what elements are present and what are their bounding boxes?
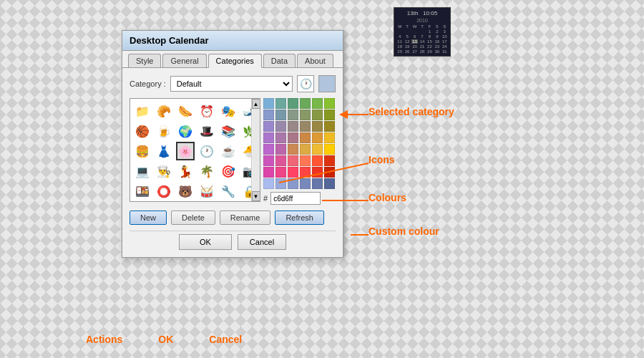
color-swatch[interactable] — [275, 132, 286, 143]
color-swatch[interactable] — [324, 155, 335, 166]
color-swatch[interactable] — [312, 132, 323, 143]
color-swatch[interactable] — [275, 121, 286, 132]
color-swatch[interactable] — [324, 144, 335, 155]
scroll-down-button[interactable]: ▼ — [252, 191, 260, 201]
color-swatch[interactable] — [263, 110, 274, 120]
color-swatch[interactable] — [312, 110, 323, 120]
icon-cell[interactable]: 🌭 — [176, 102, 195, 120]
color-swatch[interactable] — [324, 178, 335, 189]
icon-cell[interactable]: 👗 — [155, 142, 173, 160]
icon-cell[interactable]: 🐻 — [176, 182, 195, 200]
color-swatch[interactable] — [312, 167, 323, 178]
icon-cell[interactable]: 🕐 — [197, 142, 216, 160]
color-swatch[interactable] — [275, 110, 286, 120]
icon-cell[interactable]: 🌍 — [176, 122, 195, 140]
icon-cell[interactable]: 🎭 — [219, 102, 238, 120]
color-swatch[interactable] — [288, 167, 298, 178]
color-swatch[interactable] — [263, 178, 274, 189]
tab-general[interactable]: General — [162, 54, 206, 67]
tab-categories[interactable]: Categories — [208, 54, 262, 68]
color-swatch[interactable] — [324, 110, 335, 120]
icon-cell-selected[interactable]: 🌸 — [176, 142, 195, 160]
icon-cell[interactable]: 🎯 — [219, 162, 238, 180]
category-color-swatch[interactable] — [318, 75, 336, 92]
color-swatch[interactable] — [288, 132, 298, 143]
color-swatch[interactable] — [312, 155, 323, 166]
icon-cell[interactable]: 💃 — [176, 162, 195, 180]
icon-cell[interactable]: 📁 — [133, 102, 152, 120]
annotation-custom-colour: Custom colour — [369, 226, 439, 237]
color-swatch[interactable] — [275, 98, 286, 109]
color-swatch[interactable] — [263, 98, 274, 109]
icon-cell[interactable]: ⏰ — [197, 102, 216, 120]
icon-cell[interactable]: 🏀 — [133, 122, 152, 140]
color-swatch[interactable] — [300, 155, 311, 166]
icon-cell[interactable]: 🥁 — [197, 182, 216, 200]
color-swatch[interactable] — [300, 98, 311, 109]
ok-button[interactable]: OK — [179, 234, 232, 250]
color-swatch[interactable] — [275, 178, 286, 189]
color-swatch[interactable] — [275, 144, 286, 155]
cancel-button[interactable]: Cancel — [238, 234, 286, 250]
color-swatch[interactable] — [263, 132, 274, 143]
color-swatch[interactable] — [312, 121, 323, 132]
color-swatch[interactable] — [312, 144, 323, 155]
icon-cell[interactable]: ⭕ — [155, 182, 173, 200]
color-swatch[interactable] — [324, 98, 335, 109]
color-swatch[interactable] — [300, 132, 311, 143]
color-swatch[interactable] — [275, 167, 286, 178]
content-area: 📁 🥐 🌭 ⏰ 🎭 🎿 🏀 🍺 🌍 🎩 📚 🌿 🍔 👗 🌸 🕐 — [130, 98, 336, 205]
scroll-track — [253, 109, 260, 191]
tab-style[interactable]: Style — [128, 54, 161, 67]
color-swatch[interactable] — [288, 144, 298, 155]
color-swatch[interactable] — [288, 178, 298, 189]
color-swatch[interactable] — [288, 121, 298, 132]
icon-cell[interactable]: ☕ — [219, 142, 238, 160]
refresh-button[interactable]: Refresh — [275, 211, 324, 225]
icon-cell[interactable]: 🥐 — [155, 102, 173, 120]
colors-panel: # — [263, 98, 336, 205]
color-swatch[interactable] — [263, 155, 274, 166]
icon-cell[interactable]: 🔧 — [219, 182, 238, 200]
new-button[interactable]: New — [130, 211, 167, 225]
delete-button[interactable]: Delete — [171, 211, 215, 225]
icon-cell[interactable]: 🍔 — [133, 142, 152, 160]
color-swatch[interactable] — [300, 167, 311, 178]
color-swatch[interactable] — [288, 98, 298, 109]
color-swatch[interactable] — [324, 121, 335, 132]
custom-color-input[interactable] — [270, 192, 321, 205]
color-swatch[interactable] — [288, 155, 298, 166]
tab-about[interactable]: About — [297, 54, 333, 67]
category-select[interactable]: Default — [170, 76, 293, 92]
color-swatch[interactable] — [300, 121, 311, 132]
icons-grid: 📁 🥐 🌭 ⏰ 🎭 🎿 🏀 🍺 🌍 🎩 📚 🌿 🍔 👗 🌸 🕐 — [130, 99, 260, 202]
color-swatch[interactable] — [263, 144, 274, 155]
rename-button[interactable]: Rename — [220, 211, 271, 225]
color-swatch[interactable] — [300, 110, 311, 120]
icon-cell[interactable]: 🌴 — [197, 162, 216, 180]
icon-cell[interactable]: 👨‍🍳 — [155, 162, 173, 180]
category-icon-button[interactable]: 🕐 — [297, 75, 314, 92]
color-swatch[interactable] — [288, 110, 298, 120]
color-swatch[interactable] — [263, 167, 274, 178]
scroll-up-button[interactable]: ▲ — [252, 99, 260, 109]
color-swatch[interactable] — [324, 132, 335, 143]
icons-panel: 📁 🥐 🌭 ⏰ 🎭 🎿 🏀 🍺 🌍 🎩 📚 🌿 🍔 👗 🌸 🕐 — [130, 98, 260, 202]
color-swatch[interactable] — [300, 144, 311, 155]
icon-cell[interactable]: 🎩 — [197, 122, 216, 140]
color-swatch[interactable] — [312, 178, 323, 189]
color-swatch[interactable] — [312, 98, 323, 109]
color-swatch[interactable] — [324, 167, 335, 178]
icon-cell[interactable]: 🍱 — [133, 182, 152, 200]
icon-cell[interactable]: 🍺 — [155, 122, 173, 140]
icon-cell[interactable]: 📚 — [219, 122, 238, 140]
color-swatch[interactable] — [300, 178, 311, 189]
annotation-selected-category: Selected category — [369, 106, 454, 117]
color-swatch[interactable] — [275, 155, 286, 166]
icon-cell[interactable]: 💻 — [133, 162, 152, 180]
mini-cal-time: 13th 10:05 — [396, 10, 448, 16]
tab-data[interactable]: Data — [263, 54, 296, 67]
annotation-actions: Actions — [86, 334, 122, 345]
clock-icon: 🕐 — [300, 78, 312, 90]
color-swatch[interactable] — [263, 121, 274, 132]
